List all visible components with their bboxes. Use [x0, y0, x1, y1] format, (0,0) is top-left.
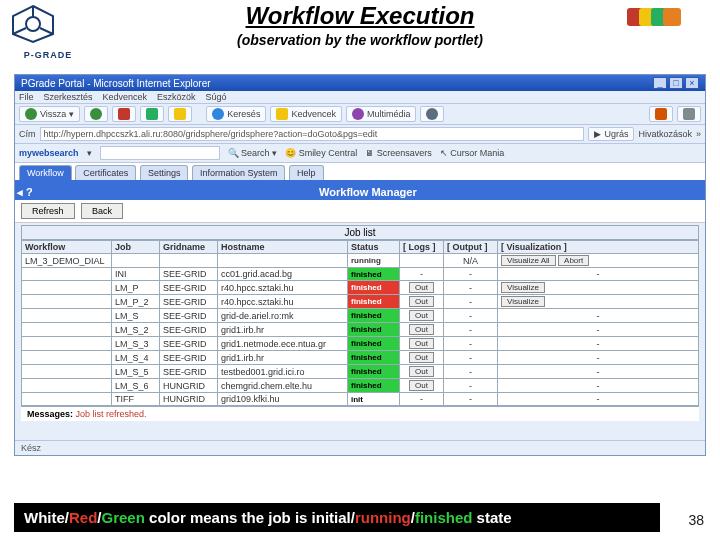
svg-line-3	[13, 28, 26, 34]
job-table: WorkflowJobGridnameHostnameStatus[ Logs …	[21, 240, 699, 406]
address-input[interactable]	[40, 127, 585, 141]
search-input[interactable]	[100, 146, 220, 160]
abort-button[interactable]: Abort	[558, 255, 589, 266]
table-row: INISEE-GRIDcc01.grid.acad.bgfinished---	[22, 268, 699, 281]
address-bar[interactable]: Cím ▶ Ugrás Hivatkozások»	[15, 125, 705, 144]
logo-puzzle	[630, 8, 710, 48]
visualize-button[interactable]: Visualize	[501, 296, 545, 307]
back-button: Vissza ▾	[19, 106, 80, 122]
home-button	[168, 106, 192, 122]
portlet-title: Workflow Manager	[319, 186, 417, 198]
slide-caption: White/Red/Green color means the job is i…	[14, 503, 660, 532]
tab-workflow: Workflow	[19, 165, 72, 180]
minimize-icon: _	[653, 77, 667, 89]
close-icon: ×	[685, 77, 699, 89]
slide-subtitle: (observation by the workflow portlet)	[120, 32, 600, 48]
favorites-button: Kedvencek	[270, 106, 342, 122]
message-row: Messages: Job list refreshed.	[21, 406, 699, 421]
portal-tabs[interactable]: Workflow Certificates Settings Informati…	[15, 163, 705, 181]
browser-menubar[interactable]: FileSzerkesztésKedvencekEszközökSúgó	[15, 91, 705, 104]
table-row: LM_S_6HUNGRIDchemgrid.chem.elte.hufinish…	[22, 379, 699, 393]
forward-button	[84, 106, 108, 122]
browser-window: PGrade Portal - Microsoft Internet Explo…	[14, 74, 706, 456]
go-button[interactable]: ▶ Ugrás	[588, 127, 634, 141]
browser-titlebar: PGrade Portal - Microsoft Internet Explo…	[15, 75, 705, 91]
svg-point-1	[26, 17, 40, 31]
joblist-header: Job list	[21, 225, 699, 240]
history-button	[420, 106, 444, 122]
mail-button	[649, 106, 673, 122]
back-button[interactable]: Back	[81, 203, 123, 219]
svg-line-4	[40, 28, 53, 34]
maximize-icon: □	[669, 77, 683, 89]
table-row: LM_S_5SEE-GRIDtestbed001.grid.ici.rofini…	[22, 365, 699, 379]
search-button: Keresés	[206, 106, 266, 122]
window-controls[interactable]: _□×	[651, 77, 699, 89]
logo-text: P-GRADE	[8, 50, 88, 60]
table-row: LM_SSEE-GRIDgrid-de.ariel.ro:mkfinishedO…	[22, 309, 699, 323]
refresh-button[interactable]: Refresh	[21, 203, 75, 219]
table-row: LM_P_2SEE-GRIDr40.hpcc.sztaki.hufinished…	[22, 295, 699, 309]
print-button	[677, 106, 701, 122]
table-row: TIFFHUNGRIDgrid109.kfki.huinit---	[22, 393, 699, 406]
search-toolbar[interactable]: mywebsearch ▾ 🔍 Search ▾ 😊 Smiley Centra…	[15, 144, 705, 163]
window-title: PGrade Portal - Microsoft Internet Explo…	[21, 78, 211, 89]
visualize-all-button[interactable]: Visualize All	[501, 255, 556, 266]
table-row: LM_S_4SEE-GRIDgrid1.irb.hrfinishedOut--	[22, 351, 699, 365]
visualize-button[interactable]: Visualize	[501, 282, 545, 293]
table-row: LM_PSEE-GRIDr40.hpcc.sztaki.hufinishedOu…	[22, 281, 699, 295]
browser-statusbar: Kész	[15, 440, 705, 455]
tab-settings: Settings	[140, 165, 189, 180]
logo-pgrade: P-GRADE	[8, 4, 88, 64]
refresh-button	[140, 106, 164, 122]
tab-certificates: Certificates	[75, 165, 136, 180]
page-number: 38	[688, 512, 704, 528]
table-row: LM_S_2SEE-GRIDgrid1.irb.hrfinishedOut--	[22, 323, 699, 337]
media-button: Multimédia	[346, 106, 417, 122]
slide-title: Workflow Execution	[120, 2, 600, 30]
browser-toolbar[interactable]: Vissza ▾ Keresés Kedvencek Multimédia	[15, 104, 705, 125]
tab-help: Help	[289, 165, 324, 180]
table-row: LM_S_3SEE-GRIDgrid1.netmode.ece.ntua.grf…	[22, 337, 699, 351]
stop-button	[112, 106, 136, 122]
tab-infosystem: Information System	[192, 165, 286, 180]
